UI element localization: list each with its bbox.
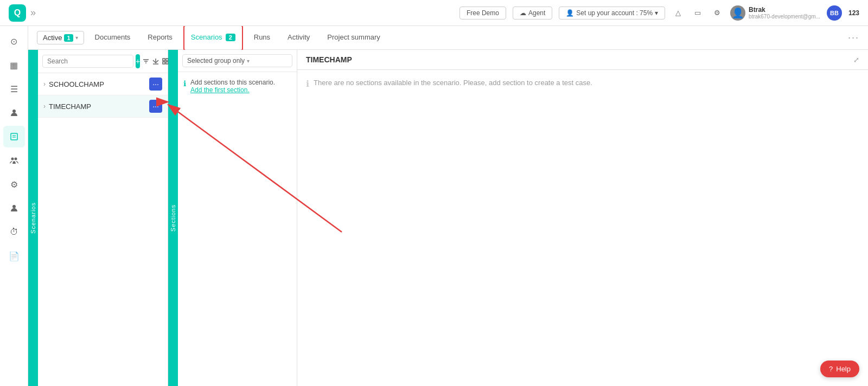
group-select-button[interactable]: Selected group only ▾	[182, 54, 292, 67]
agent-button[interactable]: ☁ Agent	[513, 7, 552, 20]
sidebar-item-members[interactable]	[3, 197, 25, 219]
user-details: Btrak btrak670-development@gm...	[749, 6, 820, 20]
sidebar-item-test-cases[interactable]	[3, 126, 25, 147]
info-icon: ℹ	[183, 79, 186, 88]
setup-button[interactable]: 👤 Set up your account : 75% ▾	[559, 7, 665, 20]
svg-rect-12	[163, 59, 165, 61]
detail-empty-message: ℹ There are no sections available in the…	[297, 70, 868, 386]
gear-icon[interactable]: ⚙	[711, 7, 724, 20]
scenario-item-schoolchamp[interactable]: › SCHOOLCHAMP ···	[38, 73, 168, 95]
sections-label-bar[interactable]: Sections	[168, 50, 178, 386]
scenarios-list: + › SCHOOLCHAMP ···	[38, 50, 168, 386]
scenarios-label-bar[interactable]: Scenarios	[28, 50, 38, 386]
sidebar-item-dashboard[interactable]: ⊙	[3, 30, 25, 52]
left-sidebar: ⊙ ▦ ☰ ⚙ ⏱ 📄	[0, 26, 28, 386]
empty-message-text: There are no sections available in the s…	[314, 79, 592, 87]
scenario-item-timechamp[interactable]: › TIMECHAMP ···	[38, 95, 168, 118]
scenario-name-timechamp: TIMECHAMP	[49, 102, 146, 111]
tab-runs[interactable]: Runs	[247, 26, 277, 50]
sub-header: Active 1 ▾ Documents Reports Scenarios 2…	[28, 26, 868, 50]
tab-reports[interactable]: Reports	[141, 26, 179, 50]
tab-activity[interactable]: Activity	[281, 26, 316, 50]
add-first-section-link[interactable]: Add the first section.	[190, 86, 250, 94]
active-label: Active	[43, 34, 62, 42]
add-scenario-button[interactable]: +	[136, 54, 140, 68]
more-dots-button[interactable]: ···	[848, 32, 859, 43]
detail-panel: TIMECHAMP ⤢ ℹ There are no sections avai…	[297, 50, 868, 386]
svg-point-4	[11, 158, 14, 160]
group-dropdown-arrow-icon: ▾	[247, 58, 250, 64]
svg-point-0	[12, 110, 16, 113]
header-right: Free Demo ☁ Agent 👤 Set up your account …	[459, 5, 859, 21]
svg-rect-14	[163, 62, 165, 64]
svg-point-5	[14, 158, 17, 160]
expand-icon[interactable]: »	[30, 7, 35, 18]
sidebar-item-user[interactable]	[3, 102, 25, 124]
scenarios-toolbar: +	[38, 50, 168, 73]
user-email: btrak670-development@gm...	[749, 14, 820, 20]
sidebar-item-schedule[interactable]: ☰	[3, 78, 25, 100]
sidebar-item-team[interactable]	[3, 150, 25, 171]
active-badge[interactable]: Active 1 ▾	[37, 31, 84, 44]
scenarios-panel: Scenarios + ›	[28, 50, 168, 386]
detail-expand-icon[interactable]: ⤢	[853, 56, 859, 64]
search-input[interactable]	[42, 55, 133, 68]
help-icon: ?	[829, 365, 833, 373]
tab-scenarios-wrapper: Scenarios 2	[183, 25, 243, 51]
top-header: Q » Free Demo ☁ Agent 👤 Set up your acco…	[0, 0, 868, 26]
detail-title: TIMECHAMP	[306, 55, 352, 64]
tab-documents[interactable]: Documents	[88, 26, 137, 50]
add-sections-text: Add sections to this scenario.	[190, 79, 275, 86]
sidebar-item-reports[interactable]: 📄	[3, 245, 25, 267]
user-setup-icon: 👤	[566, 9, 574, 17]
cloud-icon: ☁	[520, 9, 526, 17]
free-demo-button[interactable]: Free Demo	[459, 7, 506, 20]
tab-scenarios[interactable]: Scenarios 2	[184, 26, 242, 50]
scenario-dots-schoolchamp[interactable]: ···	[149, 78, 162, 91]
app-logo[interactable]: Q	[9, 4, 26, 22]
filter-button[interactable]	[142, 54, 150, 68]
sections-info: ℹ Add sections to this scenario. Add the…	[178, 72, 297, 100]
content-area: Scenarios + ›	[28, 50, 868, 386]
svg-rect-1	[11, 133, 17, 140]
chevron-down-icon: ▾	[655, 9, 658, 17]
export-button[interactable]	[152, 54, 159, 68]
svg-point-6	[12, 205, 16, 208]
detail-header: TIMECHAMP ⤢	[297, 50, 868, 70]
help-button[interactable]: ? Help	[820, 361, 859, 377]
sections-list: Selected group only ▾ ℹ Add sections to …	[178, 50, 297, 386]
sidebar-item-timer[interactable]: ⏱	[3, 221, 25, 243]
header-left: Q »	[9, 4, 35, 22]
user-info: 👤 Btrak btrak670-development@gm...	[730, 5, 820, 21]
notification-count: 123	[848, 9, 859, 17]
scenario-dots-timechamp[interactable]: ···	[149, 100, 162, 113]
chevron-right-icon-2: ›	[43, 102, 46, 110]
scenario-name-schoolchamp: SCHOOLCHAMP	[49, 80, 146, 88]
scenarios-count: 2	[226, 34, 235, 41]
active-count: 1	[64, 34, 73, 42]
avatar: 👤	[730, 5, 745, 21]
scenarios-label: Scenarios	[30, 202, 36, 234]
user-name: Btrak	[749, 6, 820, 14]
tab-more: ···	[848, 32, 859, 43]
sidebar-item-settings[interactable]: ⚙	[3, 173, 25, 195]
sections-toolbar: Selected group only ▾	[178, 50, 297, 72]
tab-project-summary[interactable]: Project summary	[321, 26, 387, 50]
alert-icon[interactable]: △	[672, 7, 685, 20]
detail-info-icon: ℹ	[306, 79, 309, 89]
chevron-right-icon: ›	[43, 80, 46, 88]
user-avatar-initials[interactable]: BB	[827, 5, 842, 21]
sections-label: Sections	[170, 204, 176, 231]
sections-panel: Sections Selected group only ▾ ℹ Add sec…	[168, 50, 297, 386]
document-icon[interactable]: ▭	[691, 7, 704, 20]
main-area: Active 1 ▾ Documents Reports Scenarios 2…	[28, 26, 868, 386]
sidebar-item-calendar[interactable]: ▦	[3, 54, 25, 76]
active-chevron-down-icon: ▾	[75, 35, 78, 41]
